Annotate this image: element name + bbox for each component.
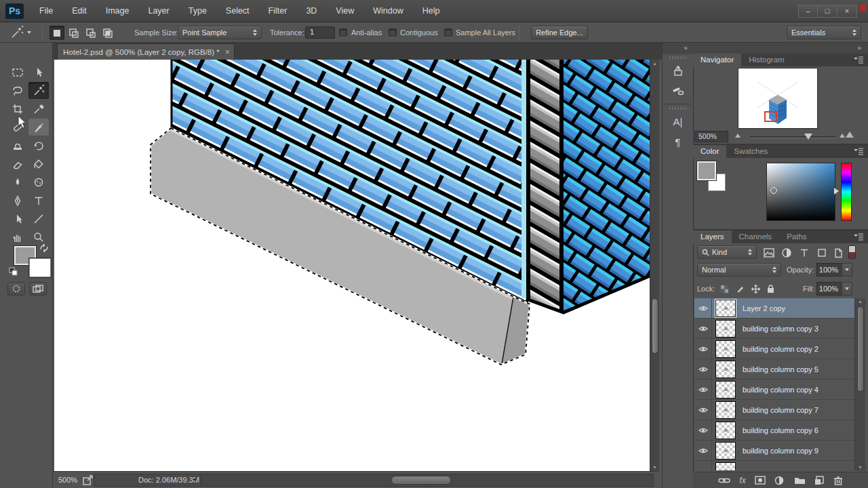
selection-new-button[interactable] [50,26,64,40]
menu-select[interactable]: Select [216,0,259,22]
path-selection-tool[interactable] [7,210,28,227]
lasso-tool[interactable] [7,82,28,99]
canvas-horizontal-scrollbar[interactable] [201,474,654,487]
crop-tool[interactable] [7,100,28,117]
tab-color[interactable]: Color [693,145,726,158]
lock-transparency-icon[interactable] [717,282,731,296]
sample-size-dropdown[interactable]: Point Sample [178,26,262,39]
vertical-scroll-thumb[interactable] [652,298,658,354]
menu-window[interactable]: Window [363,0,412,22]
layer-row[interactable]: building column copy 7 [694,400,854,420]
menu-filter[interactable]: Filter [259,0,297,22]
visibility-eye-icon[interactable] [694,319,712,339]
layer-row-partial[interactable] [694,461,854,470]
new-group-icon[interactable] [794,476,806,485]
visibility-eye-icon[interactable] [694,400,712,420]
filter-adjustment-layers-icon[interactable] [780,246,793,260]
visibility-eye-icon[interactable] [694,420,712,441]
type-tool[interactable] [28,192,49,209]
adjustment-layer-icon[interactable] [774,476,785,485]
filter-type-layers-icon[interactable] [797,246,811,260]
hand-tool[interactable] [7,228,28,245]
magic-wand-tool[interactable] [28,82,49,99]
layer-thumbnail[interactable] [715,340,736,358]
visibility-eye-icon[interactable] [694,359,712,380]
status-zoom-field[interactable]: 500% [58,472,85,488]
visibility-eye-icon[interactable] [694,339,712,359]
tool-preset-arrow-icon[interactable] [27,31,31,34]
layer-row[interactable]: building column copy 2 [694,339,854,359]
canvas[interactable] [54,60,650,471]
layer-row[interactable]: building column copy 3 [694,319,854,339]
clone-stamp-tool[interactable] [7,137,28,154]
canvas-vertical-scrollbar[interactable]: ▲ ▼ [650,60,659,471]
contiguous-label[interactable]: Contiguous [400,22,438,43]
navigator-zoom-field[interactable]: 500% [694,131,728,142]
magic-wand-tool-icon[interactable] [9,26,26,39]
default-colors-icon[interactable] [8,266,19,277]
layer-name[interactable]: building column copy 6 [743,426,818,434]
menu-view[interactable]: View [326,0,363,22]
scroll-up-icon[interactable]: ▲ [652,61,657,66]
filter-pixel-layers-icon[interactable] [762,246,776,260]
dock-grip[interactable] [669,107,686,110]
color-picker-circle[interactable] [770,187,777,194]
brush-presets-panel-icon[interactable] [663,60,693,81]
move-tool[interactable] [28,64,49,81]
close-button[interactable]: × [837,5,857,18]
new-layer-icon[interactable] [814,476,825,485]
spot-healing-brush-tool[interactable] [7,119,28,136]
pen-tool[interactable] [7,192,28,209]
tab-paths[interactable]: Paths [779,230,814,243]
minimize-button[interactable]: – [798,5,818,18]
hscroll-left-icon[interactable]: ◂ [193,475,196,483]
layer-row[interactable]: Layer 2 copy [694,298,854,319]
visibility-eye-icon[interactable] [694,298,712,319]
history-brush-tool[interactable] [28,137,49,154]
line-tool[interactable] [28,210,49,227]
paragraph-panel-icon[interactable]: ¶ [663,131,693,152]
blur-tool[interactable] [7,174,28,190]
quick-mask-button[interactable] [7,282,25,296]
color-panel-menu-icon[interactable] [853,148,864,155]
tab-navigator[interactable]: Navigator [693,54,741,66]
blend-mode-dropdown[interactable]: Normal [697,263,781,277]
swap-colors-icon[interactable] [39,243,50,253]
layer-name[interactable]: building column copy 2 [743,345,818,353]
brush-tool[interactable] [28,119,49,136]
sample-all-layers-label[interactable]: Sample All Layers [456,22,515,43]
tab-close-icon[interactable]: × [225,47,230,57]
layers-scroll-thumb[interactable] [857,306,864,392]
sample-all-layers-checkbox[interactable] [444,28,452,37]
restore-button[interactable]: □ [818,5,837,18]
filter-shape-layers-icon[interactable] [815,246,829,260]
contiguous-checkbox[interactable] [389,28,397,37]
opacity-value[interactable]: 100% [816,263,842,277]
tab-layers[interactable]: Layers [693,230,732,243]
layers-panel-menu-icon[interactable] [853,233,864,241]
navigator-slider-thumb[interactable] [804,134,812,140]
horizontal-scroll-thumb[interactable] [391,476,451,485]
anti-alias-checkbox[interactable] [339,28,347,37]
tolerance-input[interactable]: 1 [305,26,335,39]
layer-name[interactable]: building column copy 4 [743,386,818,394]
selection-subtract-button[interactable] [83,26,98,40]
refine-edge-button[interactable]: Refine Edge... [531,26,588,39]
filter-smart-objects-icon[interactable] [831,246,845,260]
dodge-tool[interactable] [28,174,49,190]
layer-name[interactable]: Layer 2 copy [743,304,785,312]
layer-thumbnail[interactable] [715,462,736,471]
selection-add-button[interactable] [66,26,81,40]
menu-image[interactable]: Image [96,0,139,22]
layer-row[interactable]: building column copy 6 [694,420,854,441]
export-icon[interactable] [83,475,94,485]
layer-name[interactable]: building column copy 7 [743,406,818,414]
menu-type[interactable]: Type [179,0,216,22]
tab-swatches[interactable]: Swatches [726,145,775,158]
layer-name[interactable]: building column copy 5 [743,365,818,373]
character-panel-icon[interactable]: A| [663,111,693,131]
filtering-toggle[interactable] [848,245,856,259]
collapse-panels-icon[interactable]: » [693,43,868,54]
eraser-tool[interactable] [7,155,28,172]
lock-all-icon[interactable] [764,282,777,296]
